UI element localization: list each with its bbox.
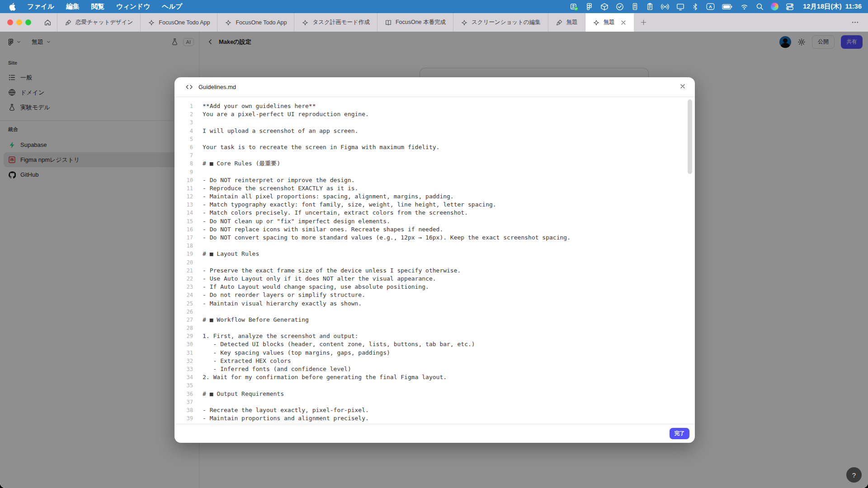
- menu-item-3[interactable]: 閲覧: [85, 2, 110, 11]
- tab-5[interactable]: FocusOne 本番完成: [377, 13, 453, 32]
- code-line: 35: [175, 381, 695, 389]
- tab-1[interactable]: 恋愛チャットデザイン: [57, 13, 141, 32]
- code-line: 1**Add your own guidelines here**: [175, 102, 695, 110]
- code-line: 2You are a pixel-perfect UI reproduction…: [175, 110, 695, 118]
- scrollbar-thumb[interactable]: [688, 99, 692, 174]
- home-tab-button[interactable]: [38, 13, 57, 32]
- menu-bar-clock[interactable]: 12月18日(木) 11:36: [803, 2, 862, 11]
- code-line: 30 - Detected UI blocks (header, content…: [175, 340, 695, 348]
- wifi-icon[interactable]: [740, 3, 749, 10]
- modal-header: Guidelines.md: [175, 77, 695, 97]
- code-line: 9: [175, 168, 695, 176]
- window-tab-bar: 恋愛チャットデザインFocusOne Todo AppFocusOne Todo…: [0, 13, 868, 32]
- code-line: 4I will upload a screenshot of an app sc…: [175, 127, 695, 135]
- code-icon: [185, 83, 193, 91]
- code-line: 31 - Key spacing values (top margins, ga…: [175, 349, 695, 357]
- book-icon: [385, 19, 392, 26]
- close-tab-icon[interactable]: [620, 19, 627, 26]
- screen: Figmaファイル編集閲覧ウィンドウヘルプ A 12月18日(木) 11:36 …: [0, 0, 868, 488]
- new-tab-button[interactable]: [634, 13, 653, 32]
- make-icon: [148, 19, 155, 26]
- zoom-window-button[interactable]: [25, 19, 31, 25]
- code-line: 37: [175, 398, 695, 406]
- app-menus: Figmaファイル編集閲覧ウィンドウヘルプ: [21, 2, 188, 11]
- mirroring-icon[interactable]: [661, 3, 669, 11]
- code-line: 7: [175, 151, 695, 160]
- code-line: 19# ■ Layout Rules: [175, 250, 695, 258]
- menu-item-4[interactable]: ウィンドウ: [110, 2, 156, 11]
- code-line: 39- Maintain proportions and alignment p…: [175, 414, 695, 422]
- battery-icon[interactable]: [722, 4, 733, 10]
- display-icon[interactable]: [676, 3, 684, 11]
- code-line: 28: [175, 324, 695, 332]
- tab-label: FocusOne 本番完成: [396, 19, 446, 26]
- code-line: 291. First, analyze the screenshot and o…: [175, 332, 695, 340]
- tab-label: FocusOne Todo App: [236, 19, 287, 26]
- code-line: 18: [175, 242, 695, 250]
- apple-icon[interactable]: [9, 2, 17, 11]
- modal-title: Guidelines.md: [198, 84, 236, 90]
- check-circle-icon[interactable]: [616, 3, 624, 11]
- menu-item-2[interactable]: 編集: [60, 2, 85, 11]
- tab-label: FocusOne Todo App: [159, 19, 210, 26]
- menu-item-5[interactable]: ヘルプ: [156, 2, 188, 11]
- macos-menu-bar: Figmaファイル編集閲覧ウィンドウヘルプ A 12月18日(木) 11:36: [0, 0, 868, 13]
- code-line: 23- If Auto Layout would change spacing,…: [175, 283, 695, 291]
- more-icon: [851, 19, 859, 26]
- figma-icon[interactable]: [585, 3, 593, 10]
- pen-icon: [65, 19, 72, 26]
- code-line: 21- Preserve the exact frame size of the…: [175, 267, 695, 275]
- input-source-icon[interactable]: A: [706, 3, 715, 10]
- control-center-icon[interactable]: [786, 3, 794, 11]
- close-icon[interactable]: [679, 82, 687, 90]
- tab-4[interactable]: タスク計画モード作成: [294, 13, 377, 32]
- tab-label: スクリーンショットの編集: [472, 19, 541, 26]
- home-icon: [44, 19, 52, 26]
- code-line: 15- Do NOT clean up or "fix" imperfect d…: [175, 217, 695, 225]
- make-icon: [225, 19, 232, 26]
- code-editor[interactable]: 1**Add your own guidelines here**2You ar…: [175, 97, 695, 424]
- code-line: 20: [175, 258, 695, 267]
- code-line: 32 - Extracted HEX colors: [175, 357, 695, 365]
- code-line: 33 - Inferred fonts (and confidence leve…: [175, 365, 695, 373]
- code-line: 8# ■ Core Rules (最重要): [175, 160, 695, 168]
- tab-6[interactable]: スクリーンショットの編集: [453, 13, 548, 32]
- status-badge-icon[interactable]: [570, 3, 578, 11]
- code-line: 36# ■ Output Requirements: [175, 390, 695, 398]
- menu-item-1[interactable]: ファイル: [21, 2, 60, 11]
- help-button[interactable]: ?: [846, 467, 862, 483]
- code-line: 14- Match colors precisely. If uncertain…: [175, 209, 695, 217]
- code-line: 5: [175, 135, 695, 143]
- traffic-lights: [0, 13, 38, 32]
- done-button[interactable]: 完了: [670, 428, 689, 439]
- tab-2[interactable]: FocusOne Todo App: [141, 13, 217, 32]
- contact-card-icon[interactable]: [631, 3, 639, 10]
- cube-icon[interactable]: [600, 3, 609, 11]
- tab-overflow-button[interactable]: [851, 13, 868, 32]
- code-line: 22- Use Auto Layout only if it does NOT …: [175, 275, 695, 283]
- code-line: 16- Do NOT replace icons with similar on…: [175, 225, 695, 234]
- tab-label: タスク計画モード作成: [312, 19, 369, 26]
- siri-icon[interactable]: [771, 3, 778, 10]
- make-icon: [302, 19, 309, 26]
- clipboard-icon[interactable]: [646, 3, 654, 10]
- tab-3[interactable]: FocusOne Todo App: [217, 13, 294, 32]
- search-icon[interactable]: [756, 3, 764, 10]
- tab-7[interactable]: 無題: [548, 13, 585, 32]
- make-icon: [593, 19, 600, 26]
- code-line: 17- Do NOT convert spacing to more stand…: [175, 234, 695, 242]
- code-line: 13- Match typography exactly: font famil…: [175, 201, 695, 209]
- pen-icon: [556, 19, 563, 26]
- code-line: 12- Maintain all pixel proportions: spac…: [175, 192, 695, 201]
- plus-icon: [640, 19, 647, 26]
- bluetooth-icon[interactable]: [692, 3, 699, 10]
- code-line: 26: [175, 308, 695, 316]
- minimize-window-button[interactable]: [16, 19, 22, 25]
- code-line: 342. Wait for my confirmation before gen…: [175, 373, 695, 381]
- tab-label: 無題: [566, 19, 578, 26]
- code-line: 3: [175, 118, 695, 127]
- close-window-button[interactable]: [7, 19, 13, 25]
- code-line: 38- Recreate the layout exactly, pixel-f…: [175, 406, 695, 414]
- tab-label: 無題: [604, 19, 615, 26]
- tab-8[interactable]: 無題: [585, 13, 634, 32]
